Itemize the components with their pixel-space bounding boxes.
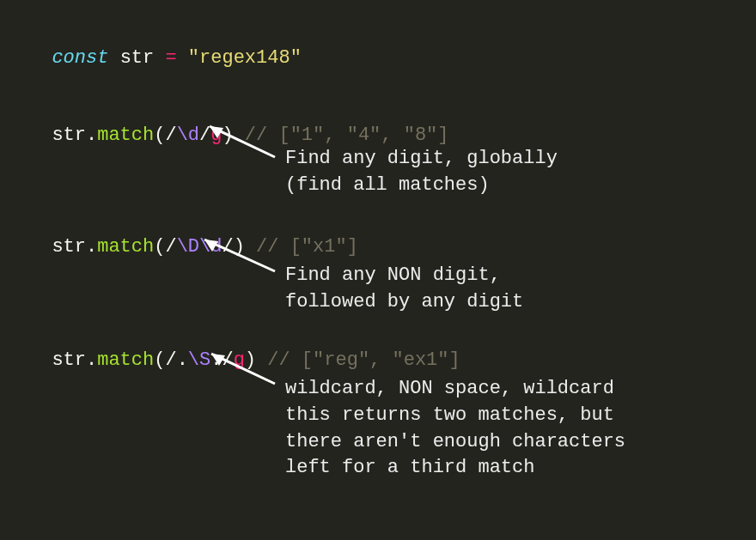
variable-name: str: [120, 47, 155, 69]
comment-result: // ["x1"]: [256, 236, 358, 258]
space: [177, 47, 188, 69]
paren-open: (: [154, 124, 165, 146]
annotation-wildcard-nonspace: wildcard, NON space, wildcard this retur…: [285, 376, 625, 482]
regex-escape-d: \d: [177, 124, 199, 146]
paren-open: (: [154, 236, 165, 258]
regex-slash: /: [222, 236, 233, 258]
comment-result: // ["1", "4", "8"]: [245, 124, 449, 146]
space: [234, 124, 245, 146]
object-ref: str: [52, 349, 86, 371]
regex-slash: /: [165, 124, 176, 146]
regex-wildcard: .: [210, 349, 222, 371]
code-explainer-figure: { "line1": { "const": "const", "sp1": " …: [0, 0, 756, 540]
annotation-digit-global: Find any digit, globally (find all match…: [285, 146, 558, 199]
space: [256, 349, 267, 371]
string-literal: "regex148": [188, 47, 302, 69]
regex-escape-D: \D: [177, 236, 199, 258]
regex-slash: /: [165, 236, 176, 258]
paren-close: ): [222, 124, 233, 146]
method-match: match: [97, 236, 154, 258]
method-match: match: [97, 124, 154, 146]
annotation-nondigit-digit: Find any NON digit, followed by any digi…: [285, 263, 523, 316]
regex-flag-g: g: [234, 349, 245, 371]
paren-close: ): [245, 349, 256, 371]
space: [108, 47, 119, 69]
regex-slash: /: [222, 349, 233, 371]
operator-assign: =: [165, 47, 176, 69]
paren-close: ): [234, 236, 245, 258]
keyword-const: const: [52, 47, 108, 69]
code-line-match-wildcard-nonspace: str.match(/.\S./g) // ["reg", "ex1"]: [29, 328, 460, 371]
space: [245, 236, 256, 258]
code-line-match-nondigit-digit: str.match(/\D\d/) // ["x1"]: [29, 215, 358, 258]
object-ref: str: [52, 236, 86, 258]
regex-slash: /: [199, 124, 210, 146]
dot: .: [86, 236, 97, 258]
regex-slash: /: [165, 349, 176, 371]
regex-escape-S: \S: [188, 349, 210, 371]
space: [154, 47, 165, 69]
regex-wildcard: .: [177, 349, 188, 371]
dot: .: [86, 349, 97, 371]
code-line-match-digit-global: str.match(/\d/g) // ["1", "4", "8"]: [29, 103, 449, 146]
paren-open: (: [154, 349, 165, 371]
dot: .: [86, 124, 97, 146]
regex-flag-g: g: [210, 124, 222, 146]
comment-result: // ["reg", "ex1"]: [267, 349, 460, 371]
code-line-declaration: const str = "regex148": [29, 26, 302, 69]
object-ref: str: [52, 124, 86, 146]
regex-escape-d: \d: [199, 236, 222, 258]
method-match: match: [97, 349, 154, 371]
